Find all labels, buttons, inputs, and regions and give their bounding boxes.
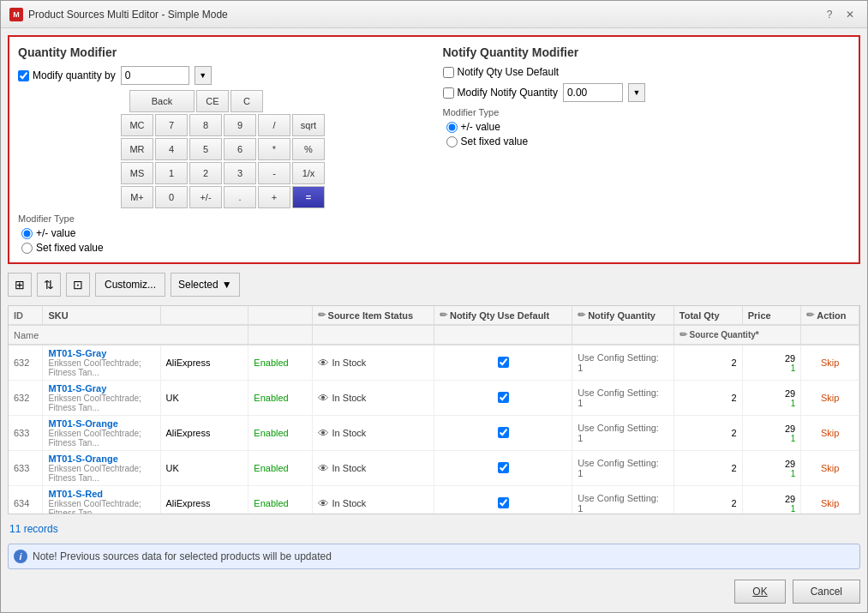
cell-notify-use[interactable] [434,486,572,515]
notify-qty-pencil-icon[interactable]: ✏ [578,310,585,321]
notify-value-input[interactable] [563,83,623,102]
calc-equals-btn[interactable]: = [292,186,325,208]
title-bar-controls: ? ✕ [821,6,859,23]
close-button[interactable]: ✕ [841,6,859,23]
table-row: 633 MT01-S-Orange Erikssen CoolTechtrade… [9,416,859,451]
sku-link[interactable]: MT01-S-Orange [48,454,154,464]
cell-action[interactable]: Skip [801,416,859,451]
calc-mr-btn[interactable]: MR [121,138,153,160]
skip-button[interactable]: Skip [821,463,839,473]
calc-neg-btn[interactable]: +/- [189,186,222,208]
calc-sqrt-btn[interactable]: sqrt [292,114,325,136]
sku-link[interactable]: MT01-S-Gray [48,348,154,358]
toolbar-btn-1[interactable]: ⊞ [8,273,32,297]
col-price: Price [742,306,801,325]
cell-action[interactable]: Skip [801,451,859,486]
notify-use-pencil-icon[interactable]: ✏ [440,310,447,321]
calc-7-btn[interactable]: 7 [155,114,188,136]
modify-qty-input[interactable] [121,66,189,85]
skip-button[interactable]: Skip [821,393,839,403]
notify-use-checkbox[interactable] [498,357,509,368]
modify-qty-checkbox[interactable] [18,70,29,81]
calc-3-btn[interactable]: 3 [224,162,256,184]
calc-ce-btn[interactable]: CE [196,90,229,112]
calc-mc-btn[interactable]: MC [121,114,153,136]
cell-notify-use[interactable] [434,381,572,416]
note-bar: i Note! Previous sources data for select… [8,544,860,569]
calc-inv-btn[interactable]: 1/x [292,162,325,184]
product-name: Erikssen CoolTechtrade; Fitness Tan... [48,429,154,448]
modify-notify-checkbox[interactable] [443,87,454,99]
calc-mplus-btn[interactable]: M+ [121,186,153,208]
sku-link[interactable]: MT01-S-Orange [48,418,154,429]
cell-notify-qty: Use Config Setting: 1 [572,345,674,381]
help-button[interactable]: ? [821,6,838,23]
selected-button[interactable]: Selected ▼ [171,273,240,297]
calc-9-btn[interactable]: 9 [224,114,256,136]
calc-c-btn[interactable]: C [230,90,263,112]
notify-radio-plus-minus-text: +/- value [461,121,500,133]
sku-link[interactable]: MT01-S-Gray [48,383,154,394]
stock-text: In Stock [332,428,367,438]
src-qty-pencil-icon[interactable]: ✏ [679,329,687,340]
cell-action[interactable]: Skip [801,486,859,515]
calc-back-btn[interactable]: Back [129,90,195,112]
radio-plus-minus[interactable] [21,228,33,239]
eye-icon: 👁 [318,392,329,405]
cell-notify-use[interactable] [434,345,572,381]
calc-plus-btn[interactable]: + [258,186,290,208]
cell-notify-use[interactable] [434,416,572,451]
calc-6-btn[interactable]: 6 [224,138,256,160]
calc-div-btn[interactable]: / [258,114,290,136]
toolbar-btn-3[interactable]: ⊡ [66,273,90,297]
col-total-qty: Total Qty [673,306,742,325]
modify-qty-dropdown[interactable]: ▼ [195,66,212,85]
calc-0-btn[interactable]: 0 [155,186,188,208]
calc-dot-btn[interactable]: . [224,186,256,208]
calc-minus-btn[interactable]: - [258,162,290,184]
sku-link[interactable]: MT01-S-Red [48,489,154,499]
notify-use-default-checkbox-label[interactable]: Notify Qty Use Default [443,66,560,78]
notify-use-checkbox[interactable] [498,427,509,438]
status-badge: Enabled [254,358,288,368]
skip-button[interactable]: Skip [821,428,839,438]
modify-notify-checkbox-label[interactable]: Modify Notify Quantity [443,87,558,99]
radio-fixed-label[interactable]: Set fixed value [21,242,426,254]
notify-use-checkbox[interactable] [498,392,509,403]
calc-ms-btn[interactable]: MS [121,162,153,184]
notify-radio-fixed-label[interactable]: Set fixed value [446,135,851,147]
cell-notify-qty: Use Config Setting: 1 [572,486,674,515]
calc-5-btn[interactable]: 5 [189,138,222,160]
data-table-container[interactable]: ID SKU ✏ [8,305,860,514]
radio-plus-minus-label[interactable]: +/- value [21,227,426,239]
calc-1-btn[interactable]: 1 [155,162,188,184]
col-src-qty-label: Source Quantity* [690,330,759,340]
toolbar-btn-2[interactable]: ⇅ [37,273,61,297]
notify-radio-plus-minus[interactable] [446,122,458,133]
notify-use-default-checkbox[interactable] [443,67,454,78]
ok-button[interactable]: OK [734,580,785,604]
skip-button[interactable]: Skip [821,498,839,508]
cancel-button[interactable]: Cancel [793,580,860,604]
notify-radio-fixed[interactable] [446,136,458,147]
cell-sku: MT01-S-Gray Erikssen CoolTechtrade; Fitn… [43,345,160,381]
skip-button[interactable]: Skip [821,358,839,368]
notify-dropdown[interactable]: ▼ [628,83,645,102]
notify-use-checkbox[interactable] [498,497,509,508]
calc-2-btn[interactable]: 2 [189,162,222,184]
customize-button[interactable]: Customiz... [95,273,165,297]
cell-action[interactable]: Skip [801,345,859,381]
cell-action[interactable]: Skip [801,381,859,416]
notify-radio-plus-minus-label[interactable]: +/- value [446,121,851,133]
modify-qty-checkbox-label[interactable]: Modify quantity by [18,69,116,81]
calc-mul-btn[interactable]: * [258,138,290,160]
src-item-pencil-icon[interactable]: ✏ [318,310,326,321]
radio-fixed[interactable] [21,243,33,254]
notify-use-checkbox[interactable] [498,462,509,473]
quantity-modifier-title: Quantity Modifier [18,45,426,59]
calc-pct-btn[interactable]: % [292,138,325,160]
action-pencil-icon[interactable]: ✏ [806,310,814,321]
cell-notify-use[interactable] [434,451,572,486]
calc-8-btn[interactable]: 8 [189,114,222,136]
calc-4-btn[interactable]: 4 [155,138,188,160]
